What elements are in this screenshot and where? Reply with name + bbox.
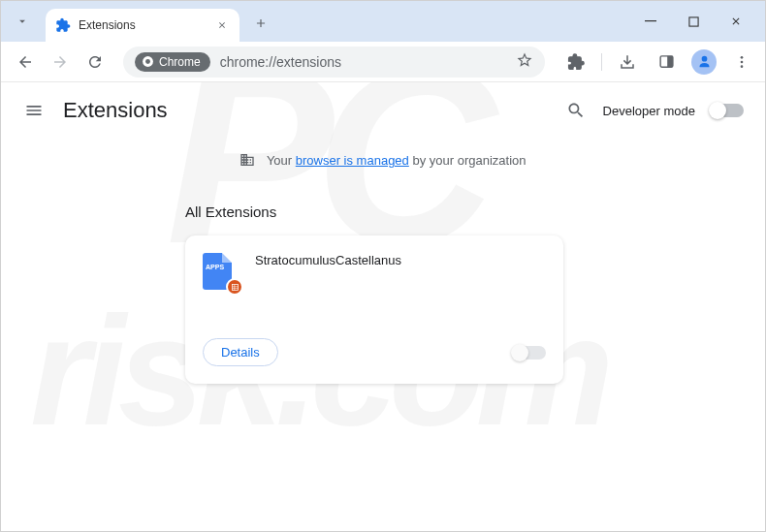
managed-link[interactable]: browser is managed xyxy=(296,153,409,168)
developer-mode-toggle[interactable] xyxy=(711,104,744,117)
downloads-icon[interactable] xyxy=(614,48,641,76)
browser-tab[interactable]: Extensions xyxy=(46,9,239,42)
minimize-button[interactable] xyxy=(639,10,662,33)
new-tab-button[interactable] xyxy=(247,10,274,37)
back-button[interactable] xyxy=(11,47,40,77)
managed-banner: Your browser is managed by your organiza… xyxy=(1,139,765,184)
svg-point-7 xyxy=(741,56,744,59)
extension-name: StratocumulusCastellanus xyxy=(255,253,401,267)
extension-app-icon xyxy=(203,253,238,292)
svg-rect-5 xyxy=(667,56,673,67)
search-icon[interactable] xyxy=(564,99,588,122)
close-window-button[interactable] xyxy=(724,10,748,33)
address-bar[interactable]: Chrome chrome://extensions xyxy=(123,47,545,78)
maximize-button[interactable] xyxy=(682,10,705,33)
title-bar: Extensions xyxy=(1,1,765,42)
hamburger-menu-icon[interactable] xyxy=(22,99,46,122)
extension-enable-toggle[interactable] xyxy=(513,346,546,360)
forward-button[interactable] xyxy=(46,47,75,77)
managed-suffix: by your organization xyxy=(409,153,527,168)
chrome-chip-label: Chrome xyxy=(159,55,201,69)
svg-point-8 xyxy=(741,60,744,63)
chrome-origin-chip: Chrome xyxy=(135,52,210,72)
svg-point-6 xyxy=(701,56,707,62)
url-text: chrome://extensions xyxy=(220,54,341,70)
reload-button[interactable] xyxy=(80,47,110,77)
page-title: Extensions xyxy=(63,98,168,123)
section-title: All Extensions xyxy=(185,203,746,220)
extension-card: StratocumulusCastellanus Details xyxy=(185,235,563,384)
svg-rect-1 xyxy=(688,16,697,25)
extensions-toolbar-icon[interactable] xyxy=(562,48,590,76)
main-content: All Extensions StratocumulusCastellanus … xyxy=(1,184,765,403)
svg-rect-0 xyxy=(645,20,656,21)
building-icon xyxy=(239,152,255,171)
tab-search-button[interactable] xyxy=(9,8,36,35)
side-panel-icon[interactable] xyxy=(653,48,680,76)
profile-avatar-icon[interactable] xyxy=(691,49,717,75)
chrome-icon xyxy=(141,55,154,69)
bookmark-star-icon[interactable] xyxy=(516,51,533,73)
close-tab-button[interactable] xyxy=(214,17,230,33)
developer-mode-label: Developer mode xyxy=(603,104,695,118)
page-header: Extensions Developer mode xyxy=(1,82,765,139)
chrome-menu-icon[interactable] xyxy=(728,48,755,76)
toolbar-separator xyxy=(601,53,602,71)
svg-point-3 xyxy=(145,59,150,64)
svg-rect-10 xyxy=(232,284,238,290)
svg-point-9 xyxy=(741,65,744,68)
details-button[interactable]: Details xyxy=(203,338,278,366)
tab-title: Extensions xyxy=(79,18,214,32)
browser-toolbar: Chrome chrome://extensions xyxy=(1,42,765,82)
extension-puzzle-icon xyxy=(55,17,71,33)
managed-prefix: Your xyxy=(267,153,296,168)
